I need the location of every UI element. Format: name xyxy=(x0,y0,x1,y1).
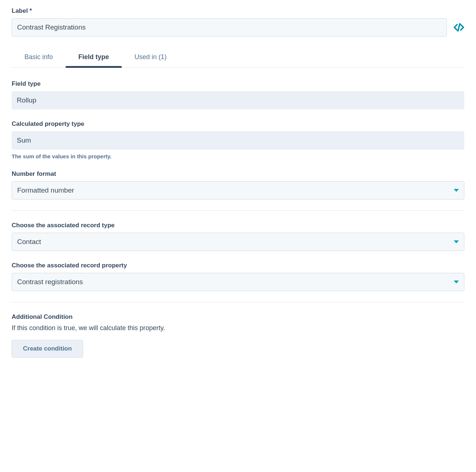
label-input[interactable] xyxy=(12,18,447,36)
tab-basic-info[interactable]: Basic info xyxy=(12,49,66,67)
calc-prop-type-group: Calculated property type Sum The sum of … xyxy=(12,120,464,159)
divider xyxy=(12,302,464,302)
field-type-group: Field type Rollup xyxy=(12,80,464,109)
number-format-label: Number format xyxy=(12,170,464,178)
assoc-record-type-value: Contact xyxy=(17,238,41,246)
code-icon[interactable] xyxy=(453,22,464,33)
tab-used-in[interactable]: Used in (1) xyxy=(122,49,179,67)
divider xyxy=(12,210,464,211)
assoc-record-prop-group: Choose the associated record property Co… xyxy=(12,262,464,291)
calc-prop-type-label: Calculated property type xyxy=(12,120,464,128)
additional-condition-description: If this condition is true, we will calcu… xyxy=(12,324,464,332)
create-condition-button[interactable]: Create condition xyxy=(12,340,83,357)
assoc-record-type-label: Choose the associated record type xyxy=(12,222,464,229)
additional-condition-heading: Additional Condition xyxy=(12,313,464,321)
chevron-down-icon xyxy=(454,240,459,243)
label-field-label: Label * xyxy=(12,7,464,15)
number-format-select[interactable]: Formatted number xyxy=(12,181,464,200)
field-type-value: Rollup xyxy=(12,91,464,109)
calc-prop-type-help: The sum of the values in this property. xyxy=(12,153,464,159)
tab-field-type[interactable]: Field type xyxy=(66,49,122,67)
number-format-group: Number format Formatted number xyxy=(12,170,464,200)
chevron-down-icon xyxy=(454,281,459,283)
assoc-record-type-group: Choose the associated record type Contac… xyxy=(12,222,464,251)
assoc-record-prop-label: Choose the associated record property xyxy=(12,262,464,269)
svg-line-0 xyxy=(458,24,460,31)
tabs: Basic info Field type Used in (1) xyxy=(12,49,464,68)
assoc-record-prop-value: Contrast registrations xyxy=(17,278,83,286)
calc-prop-type-value: Sum xyxy=(12,131,464,150)
assoc-record-prop-select[interactable]: Contrast registrations xyxy=(12,273,464,291)
chevron-down-icon xyxy=(454,189,459,192)
number-format-value: Formatted number xyxy=(17,186,74,194)
assoc-record-type-select[interactable]: Contact xyxy=(12,233,464,251)
additional-condition-section: Additional Condition If this condition i… xyxy=(12,313,464,357)
label-section: Label * xyxy=(12,7,464,36)
field-type-label: Field type xyxy=(12,80,464,88)
